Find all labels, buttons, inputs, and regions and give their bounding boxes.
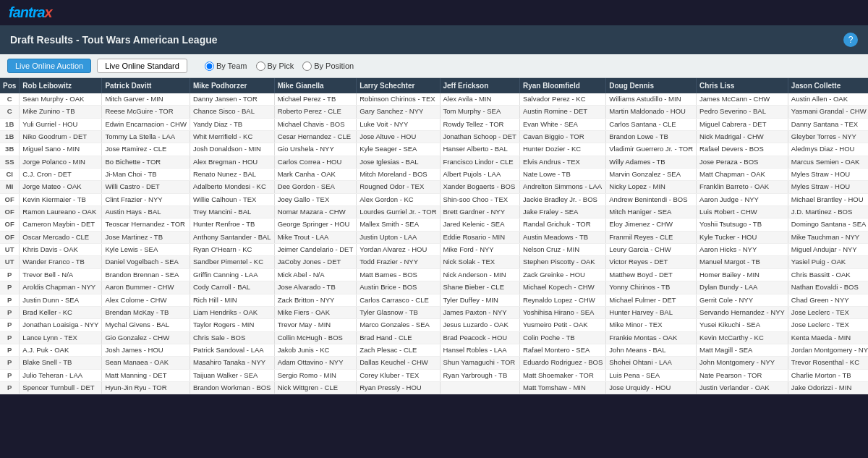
by-team-radio[interactable]: By Team <box>205 62 247 71</box>
position-cell: OF <box>0 206 20 219</box>
player-cell: Cameron Maybin - DET <box>20 219 102 231</box>
player-cell: Michael Kopech - CHW <box>519 281 605 294</box>
player-cell: Jake Odorizzi - MIN <box>788 381 868 394</box>
player-cell: J.D. Martinez - BOS <box>788 206 868 219</box>
player-cell: Luis Pena - SEA <box>606 369 697 381</box>
position-cell: OF <box>0 231 20 243</box>
player-cell: Michael Perez - TB <box>274 93 357 106</box>
help-button[interactable]: ? <box>843 33 858 47</box>
by-pick-radio[interactable]: By Pick <box>256 62 294 71</box>
player-cell: Shun Yamaguchi - TOR <box>440 357 519 369</box>
player-cell: Aledmys Diaz - HOU <box>788 143 868 156</box>
position-cell: 3B <box>0 143 20 156</box>
player-cell: Carlos Correa - HOU <box>274 156 357 168</box>
player-cell: Wander Franco - TB <box>20 256 102 268</box>
col-owner-jason-collette: Jason Collette <box>788 78 868 93</box>
player-cell: Dallas Keuchel - CHW <box>357 357 440 369</box>
player-cell: Anthony Santander - BAL <box>190 231 274 243</box>
player-cell: Nick Solak - TEX <box>440 256 519 268</box>
player-cell: Mychal Givens - BAL <box>102 319 190 331</box>
position-cell: P <box>0 357 20 369</box>
player-cell: Jose Ramirez - CLE <box>102 143 190 156</box>
position-cell: C <box>0 93 20 106</box>
player-cell: George Springer - HOU <box>274 219 357 231</box>
player-cell: Bo Bichette - TOR <box>102 156 190 168</box>
player-cell: Mike Trout - LAA <box>274 231 357 243</box>
player-cell: Josh James - HOU <box>102 344 190 356</box>
player-cell: Sergio Romo - MIN <box>274 369 357 381</box>
by-position-radio[interactable]: By Position <box>302 62 354 71</box>
player-cell: Chad Green - NYY <box>788 294 868 306</box>
player-cell: Leury Garcia - CHW <box>606 244 697 256</box>
player-cell: Joey Gallo - TEX <box>274 193 357 205</box>
player-cell: Sean Murphy - OAK <box>20 93 102 106</box>
player-cell: Alex Bregman - HOU <box>190 156 274 168</box>
player-cell: Lourdes Gurriel Jr. - TOR <box>357 206 440 219</box>
player-cell: Mike Fiers - OAK <box>274 306 357 318</box>
player-cell: Austin Brice - BOS <box>357 281 440 294</box>
player-cell: Justin Upton - LAA <box>357 231 440 243</box>
player-cell: Manuel Margot - TB <box>697 256 788 268</box>
player-cell: Jonathan Loaisiga - NYY <box>20 319 102 331</box>
player-cell: Matt Tomshaw - MIN <box>519 381 605 394</box>
player-cell: Corey Kluber - TEX <box>357 369 440 381</box>
player-cell: Yordan Alvarez - HOU <box>357 244 440 256</box>
table-row: PBrad Keller - KCBrendan McKay - TBLiam … <box>0 306 868 318</box>
player-cell: Alex Colome - CHW <box>102 294 190 306</box>
player-cell: Sean Manaea - OAK <box>102 357 190 369</box>
player-cell: Willie Calhoun - TEX <box>190 193 274 205</box>
player-cell <box>440 381 519 394</box>
player-cell: Gio Gonzalez - CHW <box>102 331 190 344</box>
live-online-auction-button[interactable]: Live Online Auction <box>7 59 91 73</box>
player-cell: Chris Bassitt - OAK <box>788 268 868 281</box>
player-cell: Oscar Mercado - CLE <box>20 231 102 243</box>
player-cell: Brad Hand - CLE <box>357 331 440 344</box>
player-cell: Mitch Haniger - SEA <box>606 206 697 219</box>
live-online-standard-button[interactable]: Live Online Standard <box>97 59 187 73</box>
table-row: 1BNiko Goodrum - DETTommy La Stella - LA… <box>0 131 868 143</box>
player-cell: Nomar Mazara - CHW <box>274 206 357 219</box>
player-cell: Marco Gonzales - SEA <box>357 319 440 331</box>
player-cell: Aaron Judge - NYY <box>697 193 788 205</box>
player-cell: Kevin Kiermaier - TB <box>20 193 102 205</box>
player-cell: Rich Hill - MIN <box>190 294 274 306</box>
player-cell: Mitch Garver - MIN <box>102 93 190 106</box>
player-cell: Tom Murphy - SEA <box>440 106 519 118</box>
player-cell: Hunter Harvey - BAL <box>606 306 697 318</box>
player-cell: Tyler Glasnow - TB <box>357 306 440 318</box>
player-cell: Jose Peraza - BOS <box>697 156 788 168</box>
player-cell: Jose Martinez - TB <box>102 231 190 243</box>
player-cell: Kyle Lewis - SEA <box>102 244 190 256</box>
top-bar: fantrax <box>0 0 868 25</box>
player-cell: Nate Pearson - TOR <box>697 369 788 381</box>
player-cell: Jorge Mateo - OAK <box>20 181 102 193</box>
player-cell: Daniel Vogelbach - SEA <box>102 256 190 268</box>
player-cell: Gary Sanchez - NYY <box>357 106 440 118</box>
player-cell: Evan White - SEA <box>519 118 605 130</box>
player-cell: Xander Bogaerts - BOS <box>440 181 519 193</box>
player-cell: Michael Brantley - HOU <box>788 193 868 205</box>
player-cell: Jose Iglesias - BAL <box>357 156 440 168</box>
player-cell: Jose Leclerc - TEX <box>788 306 868 318</box>
col-owner-chris-liss: Chris Liss <box>697 78 788 93</box>
player-cell: Renato Nunez - BAL <box>190 169 274 181</box>
player-cell: Miguel Cabrera - DET <box>697 118 788 130</box>
col-owner-patrick-davitt: Patrick Davitt <box>102 78 190 93</box>
col-owner-doug-dennis: Doug Dennis <box>606 78 697 93</box>
player-cell: Michael Fulmer - DET <box>606 294 697 306</box>
player-cell: Trevor Rosenthal - KC <box>788 357 868 369</box>
title-bar: Draft Results - Tout Wars American Leagu… <box>0 25 868 54</box>
player-cell: Brett Gardner - NYY <box>440 206 519 219</box>
table-row: OFRamon Laureano - OAKAustin Hays - BALT… <box>0 206 868 219</box>
table-header: PosRob LeibowitzPatrick DavittMike Podho… <box>0 78 868 93</box>
player-cell: Cavan Biggio - TOR <box>519 131 605 143</box>
table-row: PJulio Teheran - LAAMatt Manning - DETTa… <box>0 369 868 381</box>
player-cell: Josh Donaldson - MIN <box>190 143 274 156</box>
player-cell: Pedro Severino - BAL <box>697 106 788 118</box>
player-cell: Nick Madrigal - CHW <box>697 131 788 143</box>
player-cell: A.J. Puk - OAK <box>20 344 102 356</box>
table-row: OFCameron Maybin - DETTeoscar Hernandez … <box>0 219 868 231</box>
app: fantrax Draft Results - Tout Wars Americ… <box>0 0 868 458</box>
player-cell: Tommy La Stella - LAA <box>102 131 190 143</box>
player-cell: Gerrit Cole - NYY <box>697 294 788 306</box>
